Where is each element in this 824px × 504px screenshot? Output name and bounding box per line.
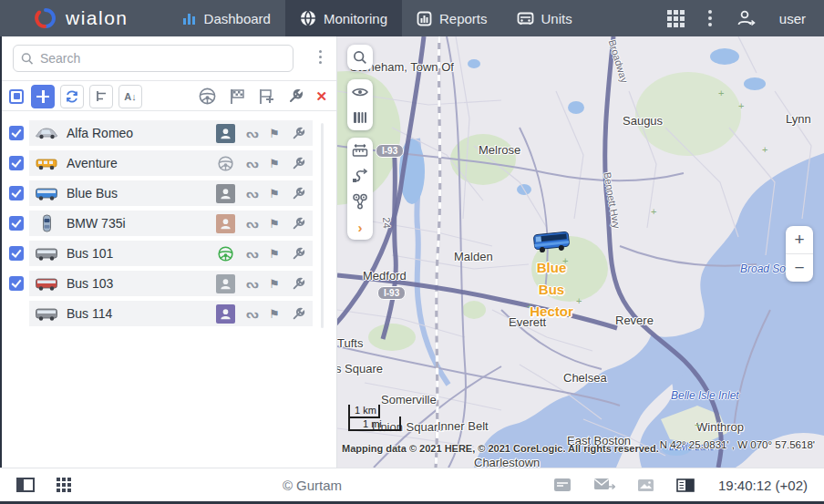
settings-wrench-icon[interactable] — [288, 88, 304, 104]
search-input[interactable] — [40, 51, 285, 66]
motion-state-icon[interactable]: ᔓ — [246, 187, 258, 201]
motion-state-icon[interactable]: ᔓ — [246, 307, 258, 321]
unit-flag-icon[interactable]: ⚑ — [269, 158, 280, 170]
visibility-button[interactable] — [347, 79, 373, 105]
tab-monitoring[interactable]: Monitoring — [285, 0, 402, 36]
unit-properties-wrench-icon[interactable] — [292, 157, 305, 170]
motion-state-icon[interactable]: ᔓ — [246, 217, 258, 231]
add-flag-icon[interactable] — [258, 87, 276, 105]
driver-assign-icon[interactable] — [198, 87, 217, 106]
sort-button[interactable]: A↓ — [118, 85, 142, 108]
list-options-icon[interactable] — [319, 47, 323, 67]
refresh-button[interactable] — [60, 85, 84, 108]
unit-flag-icon[interactable]: ⚑ — [269, 128, 280, 139]
driver-icon[interactable] — [216, 124, 235, 143]
unit-visibility-checkbox[interactable] — [9, 246, 24, 261]
unit-row[interactable]: Bus 103 ᔓ ⚑ — [2, 271, 336, 296]
unit-properties-wrench-icon[interactable] — [292, 217, 305, 231]
tab-label: Reports — [439, 11, 488, 26]
driver-icon[interactable] — [216, 214, 235, 233]
wialon-logo[interactable]: wialon — [35, 7, 129, 29]
map-attribution: Mapping data © 2021 HERE, © 2021 CoreLog… — [342, 443, 659, 454]
unit-flag-icon[interactable]: ⚑ — [269, 308, 280, 320]
driver-icon[interactable] — [216, 184, 235, 203]
bottom-apps-icon[interactable] — [57, 478, 71, 492]
media-icon[interactable] — [637, 478, 654, 492]
unit-properties-wrench-icon[interactable] — [292, 247, 305, 261]
unit-name[interactable]: Blue Bus — [67, 186, 118, 201]
motion-state-icon[interactable]: ᔓ — [246, 127, 258, 140]
map-search-button[interactable] — [347, 45, 373, 70]
checkered-flag-icon[interactable] — [229, 87, 246, 105]
driver-icon[interactable] — [216, 154, 235, 173]
motion-state-icon[interactable]: ᔓ — [246, 277, 258, 291]
unit-name[interactable]: BMW 735i — [67, 216, 126, 231]
map-label: Bennett Hwy — [602, 171, 623, 230]
map[interactable]: Stoneham, Town OfSaugusLynnMelroseMalden… — [337, 36, 824, 468]
map-label: Tufts — [337, 336, 363, 350]
clear-list-icon[interactable]: ✕ — [315, 89, 327, 103]
messages-icon[interactable] — [593, 478, 615, 492]
zoom-in-button[interactable]: + — [786, 226, 813, 253]
scrollbar[interactable] — [321, 123, 324, 328]
unit-flag-icon[interactable]: ⚑ — [269, 188, 280, 200]
select-all-checkbox[interactable] — [9, 89, 24, 104]
tab-units[interactable]: Units — [502, 0, 587, 36]
unit-visibility-checkbox[interactable] — [9, 216, 24, 231]
motion-state-icon[interactable]: ᔓ — [246, 247, 258, 261]
unit-visibility-checkbox[interactable] — [9, 186, 24, 201]
unit-name[interactable]: Bus 103 — [67, 276, 113, 291]
user-name[interactable]: user — [779, 11, 806, 26]
unit-properties-wrench-icon[interactable] — [292, 127, 305, 140]
unit-flag-icon[interactable]: ⚑ — [269, 218, 280, 230]
map-labels: Stoneham, Town OfSaugusLynnMelroseMalden… — [337, 36, 824, 468]
map-layers-button[interactable] — [347, 105, 373, 130]
notifications-icon[interactable] — [553, 478, 572, 492]
map-label: Winthrop — [696, 420, 744, 434]
expand-tools-button[interactable]: › — [347, 214, 373, 240]
unit-name[interactable]: Aventure — [67, 156, 118, 170]
unit-row[interactable]: BMW 735i ᔓ ⚑ — [2, 211, 336, 236]
ruler-button[interactable] — [347, 138, 373, 163]
unit-visibility-checkbox[interactable] — [9, 126, 24, 140]
map-label: Charlestown — [474, 456, 540, 468]
motion-state-icon[interactable]: ᔓ — [246, 157, 258, 170]
tree-view-button[interactable] — [89, 85, 113, 108]
zoom-out-button[interactable]: − — [786, 254, 813, 282]
apps-grid-icon[interactable] — [667, 10, 685, 27]
status-bar: © Gurtam 19:40:12 (+02) — [0, 468, 824, 501]
nearest-units-button[interactable] — [347, 189, 373, 214]
unit-row[interactable]: Bus 101 ᔓ ⚑ — [2, 241, 336, 266]
map-view-controls — [347, 79, 373, 130]
unit-row[interactable]: Alfa Romeo ᔓ ⚑ — [2, 120, 336, 146]
unit-name[interactable]: Alfa Romeo — [67, 126, 133, 140]
add-unit-button[interactable] — [31, 85, 55, 108]
unit-row[interactable]: Blue Bus ᔓ ⚑ — [2, 180, 336, 206]
unit-name[interactable]: Bus 101 — [67, 246, 113, 261]
vehicle-icon — [35, 184, 58, 202]
log-icon[interactable] — [676, 478, 695, 492]
more-menu-icon[interactable] — [708, 7, 712, 29]
user-account-icon[interactable] — [736, 8, 756, 28]
unit-flag-icon[interactable]: ⚑ — [269, 248, 280, 260]
unit-flag-icon[interactable]: ⚑ — [269, 278, 280, 290]
driver-icon[interactable] — [216, 274, 235, 293]
chevron-right-icon: › — [358, 220, 363, 235]
unit-visibility-checkbox[interactable] — [9, 276, 24, 291]
tab-dashboard[interactable]: Dashboard — [167, 0, 285, 36]
unit-properties-wrench-icon[interactable] — [292, 187, 305, 201]
unit-row[interactable]: Bus 114 ᔓ ⚑ — [2, 301, 336, 326]
map-unit-marker[interactable]: Blue Bus Hector — [524, 228, 579, 323]
tab-reports[interactable]: Reports — [402, 0, 502, 36]
unit-row[interactable]: Aventure ᔓ ⚑ — [2, 150, 336, 176]
unit-properties-wrench-icon[interactable] — [292, 277, 305, 291]
map-label: + — [762, 144, 767, 155]
panel-toggle-icon[interactable] — [16, 478, 35, 492]
unit-visibility-checkbox[interactable] — [9, 156, 24, 170]
unit-name[interactable]: Bus 114 — [67, 306, 112, 321]
driver-icon[interactable] — [216, 304, 235, 324]
track-route-button[interactable] — [347, 163, 373, 189]
map-label: Inner Belt — [438, 419, 489, 433]
unit-properties-wrench-icon[interactable] — [292, 307, 305, 321]
driver-icon[interactable] — [216, 244, 235, 263]
